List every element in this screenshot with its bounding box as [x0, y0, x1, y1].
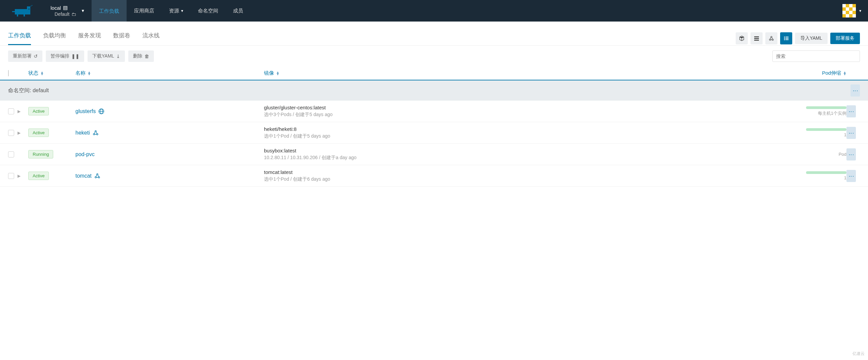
- svg-rect-19: [785, 39, 788, 40]
- svg-point-5: [29, 9, 30, 10]
- subtab-volumes[interactable]: 数据卷: [113, 32, 130, 45]
- svg-rect-3: [24, 14, 25, 17]
- row-menu-button[interactable]: ⋮: [846, 170, 856, 182]
- svg-point-12: [769, 39, 771, 40]
- workload-name-link[interactable]: pod-pvc: [75, 152, 264, 158]
- column-status-label: 状态: [28, 70, 38, 76]
- image-sub: 10.2.80.11 / 10.31.90.206 / 创建于a day ago: [264, 155, 786, 161]
- view-cube-button[interactable]: [736, 32, 748, 44]
- select-all-checkbox[interactable]: [8, 70, 9, 76]
- svg-rect-18: [785, 38, 788, 39]
- nav-namespaces[interactable]: 命名空间: [191, 0, 225, 22]
- scale-text: Pod: [839, 152, 846, 157]
- expand-toggle[interactable]: ▶: [18, 174, 21, 178]
- redeploy-button[interactable]: 重新部署 ↺: [8, 51, 42, 62]
- status-badge: Active: [28, 107, 49, 116]
- delete-label: 删除: [133, 53, 143, 59]
- view-cluster-button[interactable]: [765, 32, 777, 44]
- sort-icon: ▲▼: [276, 71, 279, 75]
- svg-point-28: [98, 177, 100, 178]
- svg-rect-1: [27, 6, 30, 14]
- svg-rect-6: [31, 6, 31, 6]
- row-menu-button[interactable]: ⋮: [846, 149, 856, 161]
- svg-point-25: [97, 134, 98, 135]
- workload-name-link[interactable]: tomcat: [75, 173, 264, 179]
- main-nav: 工作负载 应用商店 资源 ▾ 命名空间 成员: [92, 0, 250, 22]
- column-name-label: 名称: [75, 70, 86, 76]
- globe-icon: [98, 108, 104, 114]
- namespace-group-row: 命名空间: default ⋮: [0, 80, 868, 101]
- pause-icon: ❚❚: [71, 54, 80, 59]
- cluster-icon: ▤: [63, 5, 68, 11]
- rows-icon: [754, 36, 759, 41]
- view-list-button[interactable]: [780, 32, 792, 44]
- image-sub: 选中1个Pod / 创建于6 days ago: [264, 176, 786, 182]
- chevron-down-icon[interactable]: ▾: [859, 8, 861, 13]
- rancher-logo[interactable]: [3, 0, 44, 22]
- svg-rect-9: [754, 38, 759, 39]
- deploy-button[interactable]: 部署服务: [830, 33, 860, 44]
- row-menu-button[interactable]: ⋮: [846, 105, 856, 118]
- column-name[interactable]: 名称 ▲▼: [75, 70, 264, 76]
- image-sub: 选中1个Pod / 创建于5 days ago: [264, 133, 786, 139]
- image-name: gluster/gluster-centos:latest: [264, 105, 786, 110]
- kebab-icon: ⋮: [848, 152, 855, 157]
- view-rows-button[interactable]: [750, 32, 763, 44]
- sort-icon: ▲▼: [88, 71, 91, 75]
- workload-name-link[interactable]: heketi: [75, 130, 264, 136]
- image-name: heketi/heketi:8: [264, 126, 786, 132]
- nav-workloads[interactable]: 工作负载: [92, 0, 127, 22]
- svg-point-24: [93, 134, 95, 135]
- svg-rect-7: [32, 5, 32, 6]
- status-badge: Active: [28, 172, 49, 180]
- image-name: busybox:latest: [264, 148, 786, 154]
- column-status[interactable]: 状态 ▲▼: [28, 70, 75, 76]
- column-image[interactable]: 镜像 ▲▼: [264, 70, 786, 76]
- kebab-icon: ⋮: [852, 88, 859, 93]
- user-avatar[interactable]: [842, 4, 856, 18]
- table-row: ▶Activeglusterfs gluster/gluster-centos:…: [0, 101, 868, 122]
- subtab-pipelines[interactable]: 流水线: [143, 32, 160, 45]
- nav-apps[interactable]: 应用商店: [127, 0, 162, 22]
- subtabs-right: 导入YAML 部署服务: [736, 32, 860, 44]
- cluster-name: local ▤: [51, 5, 76, 11]
- cube-icon: [93, 130, 99, 136]
- search-input[interactable]: [772, 51, 860, 62]
- import-yaml-button[interactable]: 导入YAML: [795, 33, 828, 44]
- row-menu-button[interactable]: ⋮: [846, 127, 856, 139]
- cluster-project-selector[interactable]: local ▤ Default 🗀 ▼: [44, 0, 92, 22]
- nav-members[interactable]: 成员: [225, 0, 250, 22]
- cluster-icon: [769, 36, 774, 41]
- cube-icon: [94, 173, 100, 179]
- nav-resources[interactable]: 资源 ▾: [162, 0, 191, 22]
- download-yaml-button[interactable]: 下载YAML ⤓: [88, 51, 125, 62]
- svg-rect-4: [12, 11, 15, 12]
- scale-bar: [806, 106, 846, 109]
- row-checkbox[interactable]: [8, 173, 14, 179]
- scale-text: 1: [844, 175, 846, 180]
- delete-button[interactable]: 删除 🗑: [128, 51, 154, 62]
- row-checkbox[interactable]: [8, 130, 14, 136]
- sort-icon: ▲▼: [40, 71, 44, 75]
- subtab-workloads[interactable]: 工作负载: [8, 32, 31, 45]
- subtab-load-balancing[interactable]: 负载均衡: [43, 32, 66, 45]
- svg-point-15: [784, 38, 785, 39]
- project-name-text: Default: [55, 11, 69, 17]
- action-bar: 重新部署 ↺ 暂停编排 ❚❚ 下载YAML ⤓ 删除 🗑: [0, 45, 868, 67]
- svg-point-13: [772, 39, 773, 40]
- subtab-service-discovery[interactable]: 服务发现: [78, 32, 101, 45]
- table-header: 状态 ▲▼ 名称 ▲▼ 镜像 ▲▼ Pod伸缩 ▲▼: [0, 67, 868, 80]
- column-pod-scale-label: Pod伸缩: [822, 70, 841, 76]
- workload-name-link[interactable]: glusterfs: [75, 108, 264, 114]
- expand-toggle[interactable]: ▶: [18, 131, 21, 135]
- namespace-label: 命名空间: default: [8, 87, 49, 94]
- row-checkbox[interactable]: [8, 108, 14, 114]
- namespace-menu-button[interactable]: ⋮: [850, 85, 860, 97]
- pause-button[interactable]: 暂停编排 ❚❚: [46, 51, 84, 62]
- scale-text: 1: [844, 132, 846, 137]
- image-sub: 选中3个Pods / 创建于5 days ago: [264, 112, 786, 118]
- expand-toggle[interactable]: ▶: [18, 109, 21, 114]
- column-pod-scale[interactable]: Pod伸缩 ▲▼: [786, 70, 846, 76]
- row-checkbox[interactable]: [8, 152, 14, 158]
- svg-rect-2: [17, 14, 18, 17]
